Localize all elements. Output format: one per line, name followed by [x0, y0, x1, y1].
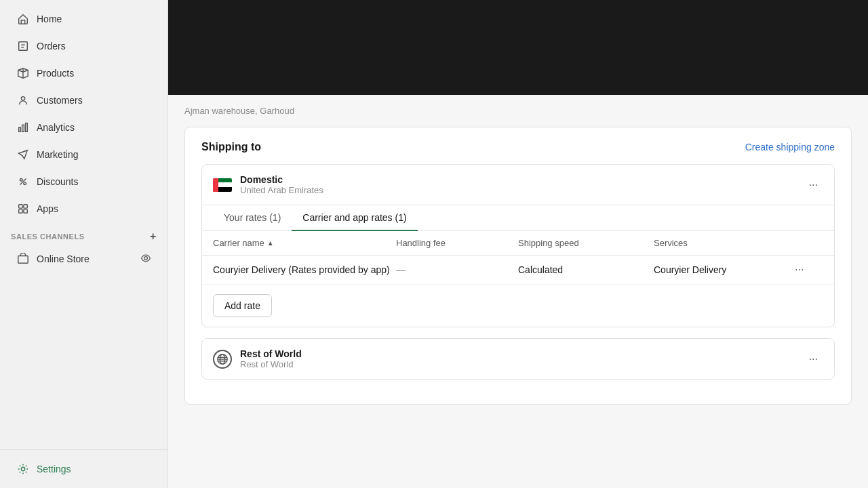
svg-point-1: [21, 97, 24, 100]
col-handling-fee: Handling fee: [396, 238, 518, 248]
svg-point-5: [20, 179, 23, 182]
sidebar-item-customers-label: Customers: [37, 95, 83, 106]
sidebar-item-online-store[interactable]: Online Store: [5, 246, 162, 272]
sidebar-item-apps[interactable]: Apps: [5, 196, 162, 222]
online-store-icon: [16, 252, 30, 266]
uae-flag: [213, 178, 232, 192]
add-rate-container: Add rate: [202, 285, 834, 327]
sales-channels-section: SALES CHANNELS +: [0, 222, 167, 245]
cell-carrier-name: Couryier Delivery (Rates provided by app…: [213, 264, 396, 275]
sidebar-item-marketing-label: Marketing: [37, 149, 78, 160]
sidebar-item-analytics-label: Analytics: [37, 122, 75, 133]
row-menu-button[interactable]: ···: [789, 261, 809, 278]
domestic-zone-info: Domestic United Arab Emirates: [240, 174, 795, 195]
domestic-zone-header: Domestic United Arab Emirates ···: [202, 165, 834, 205]
sidebar-item-analytics[interactable]: Analytics: [5, 115, 162, 140]
col-shipping-speed: Shipping speed: [518, 238, 654, 248]
rest-of-world-zone-subtitle: Rest of World: [240, 359, 795, 369]
sidebar-item-products[interactable]: Products: [5, 60, 162, 86]
orders-icon: [16, 39, 30, 53]
domestic-zone-tabs: Your rates (1) Carrier and app rates (1): [202, 205, 834, 231]
sidebar-item-home[interactable]: Home: [5, 6, 162, 32]
svg-rect-10: [24, 209, 27, 213]
rest-of-world-zone-header: Rest of World Rest of World ···: [202, 339, 834, 379]
sidebar-item-marketing[interactable]: Marketing: [5, 142, 162, 167]
domestic-zone-subtitle: United Arab Emirates: [240, 185, 795, 195]
shipping-to-card: Shipping to Create shipping zone: [184, 127, 852, 405]
sidebar-item-orders[interactable]: Orders: [5, 33, 162, 59]
online-store-visibility-icon[interactable]: [140, 253, 151, 266]
sidebar-item-orders-label: Orders: [37, 41, 66, 52]
svg-rect-2: [19, 127, 21, 131]
domestic-zone: Domestic United Arab Emirates ··· Your r…: [201, 164, 835, 327]
cell-handling-fee: —: [396, 264, 518, 275]
svg-rect-11: [18, 256, 28, 264]
sidebar-item-customers[interactable]: Customers: [5, 87, 162, 113]
sidebar: Home Orders Products Customers: [0, 0, 168, 488]
rest-of-world-zone: Rest of World Rest of World ···: [201, 338, 835, 380]
col-carrier-name: Carrier name ▲: [213, 238, 396, 248]
sales-channels-label: SALES CHANNELS: [11, 232, 85, 241]
shipping-to-title: Shipping to: [201, 141, 261, 153]
analytics-icon: [16, 121, 30, 134]
create-shipping-zone-link[interactable]: Create shipping zone: [745, 142, 835, 152]
svg-point-12: [144, 256, 148, 260]
main-content: Ajman warehouse, Garhoud Shipping to Cre…: [168, 0, 868, 488]
rest-of-world-zone-info: Rest of World Rest of World: [240, 348, 795, 369]
sidebar-item-discounts-label: Discounts: [37, 176, 78, 187]
customers-icon: [16, 94, 30, 107]
products-icon: [16, 66, 30, 80]
tab-carrier-app-rates[interactable]: Carrier and app rates (1): [292, 205, 417, 231]
carrier-rates-table: Carrier name ▲ Handling fee Shipping spe…: [202, 231, 834, 285]
sidebar-item-home-label: Home: [37, 14, 62, 24]
settings-section: Settings: [0, 449, 167, 483]
section-title-row: Shipping to Create shipping zone: [201, 141, 835, 153]
svg-rect-4: [26, 123, 28, 132]
marketing-icon: [16, 148, 30, 161]
rest-of-world-zone-name: Rest of World: [240, 348, 795, 359]
table-header: Carrier name ▲ Handling fee Shipping spe…: [202, 231, 834, 256]
svg-rect-3: [22, 125, 24, 131]
svg-rect-7: [19, 205, 22, 208]
sidebar-item-settings-label: Settings: [37, 464, 71, 474]
tab-your-rates[interactable]: Your rates (1): [213, 205, 292, 231]
cell-row-actions[interactable]: ···: [789, 264, 823, 276]
sidebar-item-apps-label: Apps: [37, 203, 58, 214]
settings-icon: [16, 462, 30, 476]
add-rate-button[interactable]: Add rate: [213, 294, 272, 317]
domestic-zone-menu-button[interactable]: ···: [804, 176, 823, 194]
domestic-zone-name: Domestic: [240, 174, 795, 185]
content-area: Ajman warehouse, Garhoud Shipping to Cre…: [168, 95, 868, 488]
svg-rect-0: [19, 42, 28, 51]
sidebar-item-discounts[interactable]: Discounts: [5, 169, 162, 195]
svg-rect-9: [19, 209, 22, 213]
svg-point-6: [24, 182, 26, 185]
add-sales-channel-icon[interactable]: +: [150, 230, 157, 243]
sidebar-item-products-label: Products: [37, 68, 74, 79]
cell-shipping-speed: Calculated: [518, 264, 654, 275]
rest-of-world-zone-menu-button[interactable]: ···: [804, 350, 823, 368]
svg-point-13: [21, 467, 24, 470]
table-row: Couryier Delivery (Rates provided by app…: [202, 256, 834, 285]
sort-arrow-icon: ▲: [267, 239, 274, 247]
sidebar-item-online-store-label: Online Store: [37, 253, 90, 264]
globe-icon: [213, 350, 232, 369]
discounts-icon: [16, 175, 30, 188]
page-location: Ajman warehouse, Garhoud: [184, 106, 852, 116]
col-actions-header: [789, 238, 823, 248]
home-icon: [16, 12, 30, 26]
svg-rect-8: [24, 205, 27, 208]
sidebar-item-settings[interactable]: Settings: [5, 456, 162, 482]
cell-services: Couryier Delivery: [654, 264, 789, 275]
top-bar: [168, 0, 868, 95]
apps-icon: [16, 202, 30, 216]
col-services: Services: [654, 238, 789, 248]
